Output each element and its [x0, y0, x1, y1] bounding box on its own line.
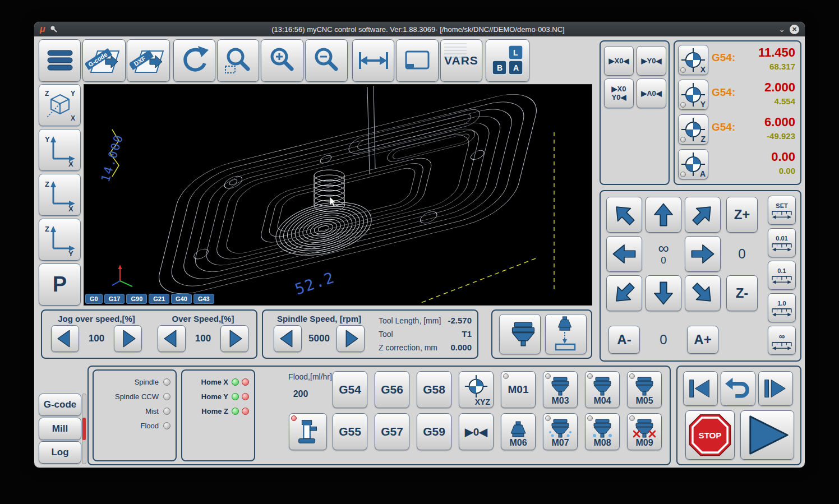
view-3d-button[interactable]: Z Y X — [39, 84, 81, 126]
over-speed-increase-button[interactable] — [220, 325, 248, 352]
open-gcode-button[interactable]: G-code — [82, 39, 126, 82]
spindle-status-label: Spindle — [135, 378, 159, 386]
m03-button[interactable]: M03 — [543, 371, 578, 408]
keyboard-button[interactable]: L B A — [486, 39, 529, 82]
over-speed-decrease-button[interactable] — [158, 325, 186, 352]
jog-x-minus-y-minus-button[interactable] — [606, 275, 642, 311]
m09-button[interactable]: M09 — [627, 413, 662, 450]
svg-text:X: X — [68, 205, 73, 212]
flood-status-row: Flood — [94, 419, 176, 433]
jog-step-001-button[interactable]: 0.01 — [768, 228, 796, 257]
toolpath-viewport[interactable]: 14.000 52.2 G0 G17 G90 G21 G40 — [84, 84, 592, 306]
jog-step-01-button[interactable]: 0.1 — [768, 261, 796, 290]
zero-xy-button[interactable]: ▶X0Y0◀ — [604, 78, 634, 108]
fit-view-button[interactable] — [396, 39, 439, 82]
spindle-speed-decrease-button[interactable] — [274, 325, 302, 352]
coolant-pump-led — [291, 415, 297, 421]
coolant-pump-button[interactable] — [289, 413, 327, 450]
m01-button[interactable]: M01 — [501, 371, 536, 408]
svg-text:A: A — [513, 63, 519, 72]
jog-y-plus-button[interactable] — [646, 197, 681, 233]
spindle-speed-label: Spindle Speed, [rpm] — [264, 314, 374, 323]
m04-button[interactable]: M04 — [585, 371, 620, 408]
spindle-ccw-icon — [591, 377, 614, 396]
m08-button[interactable]: M08 — [585, 413, 620, 450]
m07-button[interactable]: M07 — [543, 413, 578, 450]
jog-z-plus-button[interactable]: Z+ — [726, 197, 758, 233]
tab-gcode[interactable]: G-code — [39, 394, 81, 416]
tool-actions-panel — [491, 309, 592, 359]
open-dxf-button[interactable]: DXF — [127, 39, 170, 82]
xyz-datum-button[interactable]: XYZ — [459, 371, 494, 408]
jog-x-plus-button[interactable] — [685, 236, 721, 272]
vars-button[interactable]: VARS — [440, 39, 482, 82]
close-button[interactable]: ✕ — [790, 25, 799, 34]
view-xy-button[interactable]: Y X — [39, 129, 81, 171]
zero-a-button[interactable]: ▶A0◀ — [637, 78, 666, 108]
jog-step-continuous-button[interactable]: ∞ — [768, 326, 796, 355]
tab-scroll-strip[interactable] — [82, 394, 86, 464]
zero-y-button[interactable]: ▶Y0◀ — [637, 46, 666, 76]
rewind-button[interactable] — [721, 371, 755, 406]
step-forward-button[interactable] — [758, 371, 793, 406]
tool-length-value: -2.570 — [448, 316, 472, 325]
pin-icon[interactable] — [50, 25, 58, 33]
spindle-speed-increase-button[interactable] — [336, 325, 365, 352]
ruler-icon — [771, 242, 792, 252]
zoom-window-button[interactable] — [217, 39, 259, 82]
jog-a-minus-button[interactable]: A- — [608, 326, 640, 354]
g57-button[interactable]: G57 — [375, 413, 409, 450]
titlebar-chevron-icon[interactable]: ⌄ — [778, 25, 785, 33]
zoom-out-button[interactable] — [305, 39, 348, 82]
tool-label: Tool — [379, 330, 393, 339]
g58-button[interactable]: G58 — [417, 371, 451, 408]
fit-view-icon — [400, 45, 434, 76]
dro-y-datum-button[interactable]: Y — [678, 80, 708, 110]
g54-button[interactable]: G54 — [333, 371, 367, 408]
g56-button[interactable]: G56 — [375, 371, 409, 408]
tab-mill[interactable]: Mill — [39, 418, 81, 440]
dxf-file-icon: DXF — [130, 43, 168, 78]
jog-over-speed-decrease-button[interactable] — [51, 325, 79, 352]
reload-button[interactable] — [173, 39, 215, 82]
dro-a-datum-button[interactable]: A — [678, 149, 708, 179]
view-yz-button[interactable]: Z Y — [39, 219, 81, 261]
tool-measure-button[interactable] — [545, 314, 587, 354]
jog-x-plus-y-minus-button[interactable] — [685, 275, 721, 311]
m05-button[interactable]: M05 — [627, 371, 662, 408]
home-z-label: Home Z — [201, 407, 228, 415]
m03-label: M03 — [551, 396, 569, 406]
view-xz-button[interactable]: Z X — [39, 174, 81, 216]
g55-button[interactable]: G55 — [333, 413, 367, 450]
dro-x-datum-button[interactable]: X — [678, 45, 708, 75]
stop-button[interactable]: STOP — [685, 410, 735, 460]
jog-y-minus-button[interactable] — [646, 275, 681, 311]
jog-x-plus-y-plus-button[interactable] — [685, 197, 721, 233]
program-button-label: P — [53, 272, 67, 297]
program-button[interactable]: P — [39, 263, 81, 306]
jog-x-minus-button[interactable] — [606, 236, 642, 272]
jog-x-minus-y-plus-button[interactable] — [606, 197, 642, 233]
jog-over-speed-increase-button[interactable] — [114, 325, 142, 352]
fit-width-button[interactable] — [352, 39, 394, 82]
jog-step-1-button[interactable]: 1.0 — [768, 293, 796, 322]
menu-button[interactable] — [39, 39, 81, 82]
g59-button[interactable]: G59 — [417, 413, 451, 450]
spindle-tool-button[interactable] — [499, 314, 541, 354]
m06-button[interactable]: M06 — [501, 413, 536, 450]
axis-label: Z — [700, 135, 706, 144]
goto-zero-button[interactable]: ▶0◀ — [459, 413, 494, 450]
dro-z-datum-button[interactable]: Z — [678, 114, 708, 145]
jog-z-minus-button[interactable]: Z- — [726, 275, 758, 311]
start-button[interactable] — [740, 410, 794, 460]
goto-start-button[interactable] — [683, 371, 718, 406]
jog-step-set-button[interactable]: SET — [768, 196, 796, 225]
view-yz-icon: Z Y — [43, 223, 77, 257]
jog-z-plus-label: Z+ — [734, 207, 750, 223]
zoom-in-button[interactable] — [261, 39, 303, 82]
keyboard-icon: L B A — [490, 44, 525, 77]
dro-z-wcs: G54: — [712, 121, 735, 133]
tab-log[interactable]: Log — [39, 441, 81, 464]
jog-a-plus-button[interactable]: A+ — [687, 326, 718, 354]
zero-x-button[interactable]: ▶X0◀ — [604, 46, 634, 76]
